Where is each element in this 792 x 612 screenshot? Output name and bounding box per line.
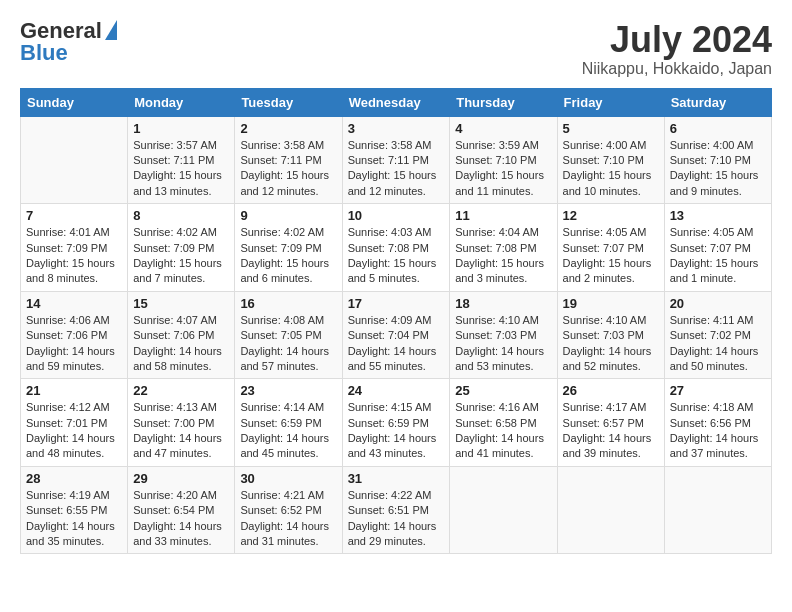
day-info: Sunrise: 4:08 AM Sunset: 7:05 PM Dayligh…: [240, 313, 336, 375]
calendar-cell: 5Sunrise: 4:00 AM Sunset: 7:10 PM Daylig…: [557, 116, 664, 204]
day-info: Sunrise: 4:20 AM Sunset: 6:54 PM Dayligh…: [133, 488, 229, 550]
day-number: 14: [26, 296, 122, 311]
header-row: SundayMondayTuesdayWednesdayThursdayFrid…: [21, 88, 772, 116]
day-number: 4: [455, 121, 551, 136]
day-number: 18: [455, 296, 551, 311]
calendar-cell: 19Sunrise: 4:10 AM Sunset: 7:03 PM Dayli…: [557, 291, 664, 379]
calendar-cell: 8Sunrise: 4:02 AM Sunset: 7:09 PM Daylig…: [128, 204, 235, 292]
day-number: 27: [670, 383, 766, 398]
week-row-1: 1Sunrise: 3:57 AM Sunset: 7:11 PM Daylig…: [21, 116, 772, 204]
week-row-4: 21Sunrise: 4:12 AM Sunset: 7:01 PM Dayli…: [21, 379, 772, 467]
calendar-cell: 28Sunrise: 4:19 AM Sunset: 6:55 PM Dayli…: [21, 466, 128, 554]
calendar-cell: 30Sunrise: 4:21 AM Sunset: 6:52 PM Dayli…: [235, 466, 342, 554]
day-info: Sunrise: 4:13 AM Sunset: 7:00 PM Dayligh…: [133, 400, 229, 462]
calendar-cell: 6Sunrise: 4:00 AM Sunset: 7:10 PM Daylig…: [664, 116, 771, 204]
calendar-cell: 18Sunrise: 4:10 AM Sunset: 7:03 PM Dayli…: [450, 291, 557, 379]
day-info: Sunrise: 4:03 AM Sunset: 7:08 PM Dayligh…: [348, 225, 445, 287]
calendar-cell: 29Sunrise: 4:20 AM Sunset: 6:54 PM Dayli…: [128, 466, 235, 554]
day-info: Sunrise: 4:17 AM Sunset: 6:57 PM Dayligh…: [563, 400, 659, 462]
week-row-3: 14Sunrise: 4:06 AM Sunset: 7:06 PM Dayli…: [21, 291, 772, 379]
calendar-cell: 21Sunrise: 4:12 AM Sunset: 7:01 PM Dayli…: [21, 379, 128, 467]
day-info: Sunrise: 3:58 AM Sunset: 7:11 PM Dayligh…: [348, 138, 445, 200]
day-number: 6: [670, 121, 766, 136]
logo-general: General: [20, 20, 102, 42]
day-info: Sunrise: 4:11 AM Sunset: 7:02 PM Dayligh…: [670, 313, 766, 375]
day-info: Sunrise: 4:00 AM Sunset: 7:10 PM Dayligh…: [563, 138, 659, 200]
calendar-cell: 25Sunrise: 4:16 AM Sunset: 6:58 PM Dayli…: [450, 379, 557, 467]
day-number: 25: [455, 383, 551, 398]
calendar-cell: [664, 466, 771, 554]
day-number: 13: [670, 208, 766, 223]
logo: General Blue: [20, 20, 117, 64]
day-number: 12: [563, 208, 659, 223]
day-info: Sunrise: 3:57 AM Sunset: 7:11 PM Dayligh…: [133, 138, 229, 200]
title-area: July 2024 Niikappu, Hokkaido, Japan: [582, 20, 772, 78]
day-number: 28: [26, 471, 122, 486]
day-number: 21: [26, 383, 122, 398]
calendar-cell: 26Sunrise: 4:17 AM Sunset: 6:57 PM Dayli…: [557, 379, 664, 467]
header: General Blue July 2024 Niikappu, Hokkaid…: [20, 20, 772, 78]
day-info: Sunrise: 4:10 AM Sunset: 7:03 PM Dayligh…: [563, 313, 659, 375]
day-info: Sunrise: 4:06 AM Sunset: 7:06 PM Dayligh…: [26, 313, 122, 375]
day-number: 29: [133, 471, 229, 486]
day-number: 24: [348, 383, 445, 398]
calendar-cell: [21, 116, 128, 204]
calendar-cell: 20Sunrise: 4:11 AM Sunset: 7:02 PM Dayli…: [664, 291, 771, 379]
header-cell-wednesday: Wednesday: [342, 88, 450, 116]
day-info: Sunrise: 4:05 AM Sunset: 7:07 PM Dayligh…: [670, 225, 766, 287]
day-number: 17: [348, 296, 445, 311]
calendar-cell: 17Sunrise: 4:09 AM Sunset: 7:04 PM Dayli…: [342, 291, 450, 379]
calendar-cell: 14Sunrise: 4:06 AM Sunset: 7:06 PM Dayli…: [21, 291, 128, 379]
day-number: 20: [670, 296, 766, 311]
calendar-cell: 13Sunrise: 4:05 AM Sunset: 7:07 PM Dayli…: [664, 204, 771, 292]
calendar-cell: 7Sunrise: 4:01 AM Sunset: 7:09 PM Daylig…: [21, 204, 128, 292]
day-info: Sunrise: 3:58 AM Sunset: 7:11 PM Dayligh…: [240, 138, 336, 200]
calendar-cell: 11Sunrise: 4:04 AM Sunset: 7:08 PM Dayli…: [450, 204, 557, 292]
day-info: Sunrise: 4:04 AM Sunset: 7:08 PM Dayligh…: [455, 225, 551, 287]
day-number: 10: [348, 208, 445, 223]
day-number: 2: [240, 121, 336, 136]
calendar-body: 1Sunrise: 3:57 AM Sunset: 7:11 PM Daylig…: [21, 116, 772, 554]
day-info: Sunrise: 4:18 AM Sunset: 6:56 PM Dayligh…: [670, 400, 766, 462]
day-number: 8: [133, 208, 229, 223]
header-cell-thursday: Thursday: [450, 88, 557, 116]
day-number: 5: [563, 121, 659, 136]
day-number: 15: [133, 296, 229, 311]
day-info: Sunrise: 4:15 AM Sunset: 6:59 PM Dayligh…: [348, 400, 445, 462]
calendar-cell: 22Sunrise: 4:13 AM Sunset: 7:00 PM Dayli…: [128, 379, 235, 467]
day-info: Sunrise: 4:01 AM Sunset: 7:09 PM Dayligh…: [26, 225, 122, 287]
calendar-cell: 15Sunrise: 4:07 AM Sunset: 7:06 PM Dayli…: [128, 291, 235, 379]
day-number: 11: [455, 208, 551, 223]
day-number: 26: [563, 383, 659, 398]
calendar-cell: [557, 466, 664, 554]
calendar-cell: 31Sunrise: 4:22 AM Sunset: 6:51 PM Dayli…: [342, 466, 450, 554]
calendar-cell: [450, 466, 557, 554]
calendar-cell: 9Sunrise: 4:02 AM Sunset: 7:09 PM Daylig…: [235, 204, 342, 292]
header-cell-sunday: Sunday: [21, 88, 128, 116]
day-info: Sunrise: 4:12 AM Sunset: 7:01 PM Dayligh…: [26, 400, 122, 462]
calendar-cell: 1Sunrise: 3:57 AM Sunset: 7:11 PM Daylig…: [128, 116, 235, 204]
day-info: Sunrise: 4:09 AM Sunset: 7:04 PM Dayligh…: [348, 313, 445, 375]
logo-blue: Blue: [20, 42, 68, 64]
day-info: Sunrise: 4:16 AM Sunset: 6:58 PM Dayligh…: [455, 400, 551, 462]
header-cell-saturday: Saturday: [664, 88, 771, 116]
day-number: 31: [348, 471, 445, 486]
location-subtitle: Niikappu, Hokkaido, Japan: [582, 60, 772, 78]
day-number: 3: [348, 121, 445, 136]
day-number: 9: [240, 208, 336, 223]
day-info: Sunrise: 4:19 AM Sunset: 6:55 PM Dayligh…: [26, 488, 122, 550]
week-row-2: 7Sunrise: 4:01 AM Sunset: 7:09 PM Daylig…: [21, 204, 772, 292]
day-info: Sunrise: 4:02 AM Sunset: 7:09 PM Dayligh…: [240, 225, 336, 287]
day-info: Sunrise: 4:02 AM Sunset: 7:09 PM Dayligh…: [133, 225, 229, 287]
day-info: Sunrise: 4:21 AM Sunset: 6:52 PM Dayligh…: [240, 488, 336, 550]
day-info: Sunrise: 4:10 AM Sunset: 7:03 PM Dayligh…: [455, 313, 551, 375]
calendar-table: SundayMondayTuesdayWednesdayThursdayFrid…: [20, 88, 772, 555]
day-number: 16: [240, 296, 336, 311]
day-info: Sunrise: 4:07 AM Sunset: 7:06 PM Dayligh…: [133, 313, 229, 375]
calendar-cell: 27Sunrise: 4:18 AM Sunset: 6:56 PM Dayli…: [664, 379, 771, 467]
day-info: Sunrise: 3:59 AM Sunset: 7:10 PM Dayligh…: [455, 138, 551, 200]
header-cell-tuesday: Tuesday: [235, 88, 342, 116]
calendar-cell: 3Sunrise: 3:58 AM Sunset: 7:11 PM Daylig…: [342, 116, 450, 204]
month-title: July 2024: [582, 20, 772, 60]
calendar-cell: 10Sunrise: 4:03 AM Sunset: 7:08 PM Dayli…: [342, 204, 450, 292]
